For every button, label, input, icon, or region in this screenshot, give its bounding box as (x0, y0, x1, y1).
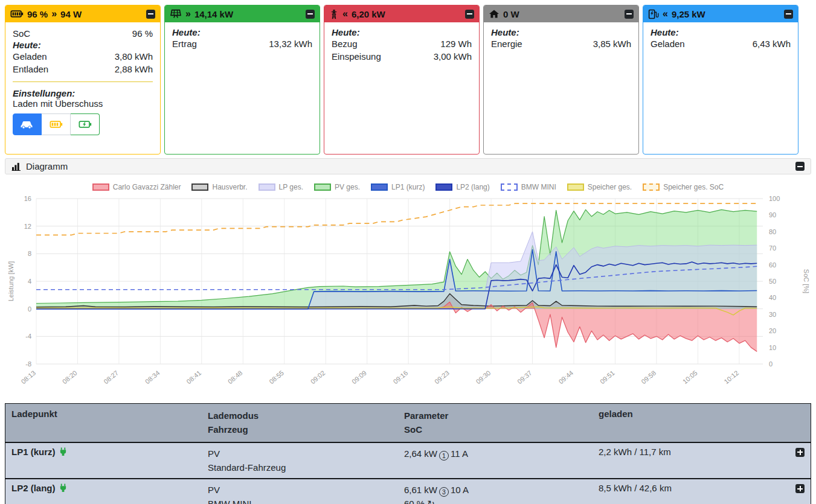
flow-left-icon: « (342, 8, 348, 19)
svg-text:10:05: 10:05 (681, 369, 699, 385)
heute-label: Heute: (13, 40, 153, 50)
geladen-value: 3,80 kWh (115, 51, 153, 62)
svg-text:4: 4 (28, 278, 31, 285)
svg-text:12: 12 (24, 223, 31, 230)
legend-swatch (314, 183, 331, 191)
svg-text:-8: -8 (25, 360, 31, 368)
col-geladen: geladen (599, 409, 780, 419)
chart-legend: Carlo Gavazzi ZählerHausverbr.LP ges.PV … (5, 178, 811, 193)
legend-item[interactable]: BMW MINI (501, 183, 556, 191)
svg-text:-4: -4 (25, 333, 31, 340)
svg-text:Leistung [kW]: Leistung [kW] (7, 261, 14, 302)
bezug-label: Bezug (332, 39, 358, 49)
house-card: 0 W Heute: Energie3,85 kWh (483, 5, 639, 155)
col-soc: SoC (404, 423, 599, 436)
house-card-body: Heute: Energie3,85 kWh (484, 22, 638, 154)
lp1-parameter: 2,64 kW111 A (404, 447, 599, 461)
einspeisung-value: 3,00 kWh (434, 51, 472, 62)
einstellungen-label: Einstellungen: (13, 88, 153, 98)
lp2-charged: 8,5 kWh / 42,6 km (599, 483, 780, 493)
legend-item[interactable]: Speicher ges. (567, 183, 632, 191)
heute-label: Heute: (491, 27, 631, 37)
svg-text:30: 30 (769, 311, 776, 318)
expand-icon[interactable] (795, 448, 805, 457)
lp1-charged: 2,2 kWh / 11,7 km (599, 447, 780, 457)
svg-text:SoC [%]: SoC [%] (803, 269, 810, 293)
legend-item[interactable]: Hausverbr. (191, 183, 247, 191)
legend-swatch (191, 183, 208, 191)
svg-text:40: 40 (769, 294, 776, 301)
chargepoint-table: Ladepunkt Lademodus Fahrzeug Parameter S… (5, 403, 811, 504)
divider (13, 81, 153, 82)
svg-text:08:34: 08:34 (144, 369, 161, 385)
lp2-soc: 60 %↻ (404, 497, 599, 504)
battery-card: 96 % » 94 W SoC96 % Heute: Geladen3,80 k… (5, 5, 161, 155)
flow-left-icon: « (663, 8, 668, 19)
lp2-vehicle: BMW MINI (208, 497, 404, 504)
legend-label: Hausverbr. (212, 183, 247, 191)
pv-card-body: Heute: Ertrag13,32 kWh (165, 22, 320, 154)
heute-label: Heute: (172, 27, 312, 37)
grid-card: « 6,20 kW Heute: Bezug129 Wh Einspeisung… (324, 5, 480, 155)
chargepoint-card-header: « 9,25 kW (643, 5, 798, 22)
charging-battery-button[interactable] (71, 113, 100, 135)
legend-swatch (92, 183, 109, 191)
legend-swatch (501, 183, 518, 191)
legend-label: Speicher ges. SoC (663, 183, 724, 191)
legend-label: LP2 (lang) (456, 183, 489, 191)
battery-yellow-icon (50, 120, 63, 129)
collapse-icon[interactable] (625, 10, 634, 19)
svg-text:09:16: 09:16 (392, 369, 410, 385)
cp-geladen-value: 6,43 kWh (753, 39, 791, 49)
plug-icon (59, 483, 67, 493)
ertrag-label: Ertrag (172, 39, 197, 49)
legend-item[interactable]: LP1 (kurz) (371, 183, 425, 191)
svg-text:70: 70 (769, 244, 776, 252)
svg-text:10:12: 10:12 (722, 369, 740, 385)
svg-text:09:44: 09:44 (557, 369, 575, 385)
geladen-label: Geladen (13, 51, 47, 62)
collapse-icon[interactable] (146, 10, 155, 19)
svg-text:08:13: 08:13 (19, 369, 37, 385)
lp1-mode: PV (208, 447, 404, 461)
collapse-icon[interactable] (465, 10, 474, 19)
legend-item[interactable]: Carlo Gavazzi Zähler (92, 183, 181, 191)
chart-bar-icon (11, 162, 21, 171)
power-pylon-icon (329, 9, 339, 19)
summary-cards: 96 % » 94 W SoC96 % Heute: Geladen3,80 k… (5, 5, 811, 155)
entladen-value: 2,88 kWh (115, 64, 153, 74)
svg-text:60: 60 (769, 261, 776, 269)
grid-card-header: « 6,20 kW (324, 5, 479, 22)
battery-icon (10, 10, 24, 18)
lp1-name: LP1 (kurz) (11, 447, 56, 457)
ev-priority-button[interactable] (13, 113, 42, 135)
legend-swatch (435, 183, 452, 191)
diagram-title: Diagramm (26, 161, 68, 171)
legend-label: LP1 (kurz) (391, 183, 425, 191)
table-row-lp2: LP2 (lang) PV BMW MINI 6,61 kW310 A 60 %… (5, 479, 811, 504)
refresh-icon[interactable]: ↻ (427, 499, 435, 504)
legend-label: PV ges. (335, 183, 360, 191)
lp2-parameter: 6,61 kW310 A (404, 483, 599, 497)
pv-card: » 14,14 kW Heute: Ertrag13,32 kWh (164, 5, 320, 155)
diagram-chart: 08:1308:2008:2708:3408:4108:4808:5509:02… (5, 193, 811, 395)
battery-mode-text: Laden mit Überschuss (13, 98, 153, 109)
legend-label: Carlo Gavazzi Zähler (113, 183, 181, 191)
collapse-icon[interactable] (784, 10, 793, 19)
lp2-name: LP2 (lang) (11, 483, 56, 493)
chargepoint-card-body: Heute: Geladen6,43 kWh (643, 22, 798, 154)
legend-item[interactable]: LP ges. (259, 183, 303, 191)
legend-item[interactable]: Speicher ges. SoC (643, 183, 724, 191)
expand-icon[interactable] (795, 484, 805, 493)
svg-text:08:41: 08:41 (185, 369, 202, 385)
battery-priority-button[interactable] (42, 113, 71, 135)
svg-text:10: 10 (769, 344, 776, 351)
grid-power-value: 6,20 kW (352, 9, 385, 19)
collapse-icon[interactable] (306, 10, 315, 19)
legend-item[interactable]: PV ges. (314, 183, 360, 191)
battery-card-header: 96 % » 94 W (5, 5, 160, 22)
col-ladepunkt: Ladepunkt (11, 409, 208, 419)
collapse-icon[interactable] (795, 162, 805, 171)
battery-mode-buttons (13, 113, 100, 135)
legend-item[interactable]: LP2 (lang) (435, 183, 489, 191)
